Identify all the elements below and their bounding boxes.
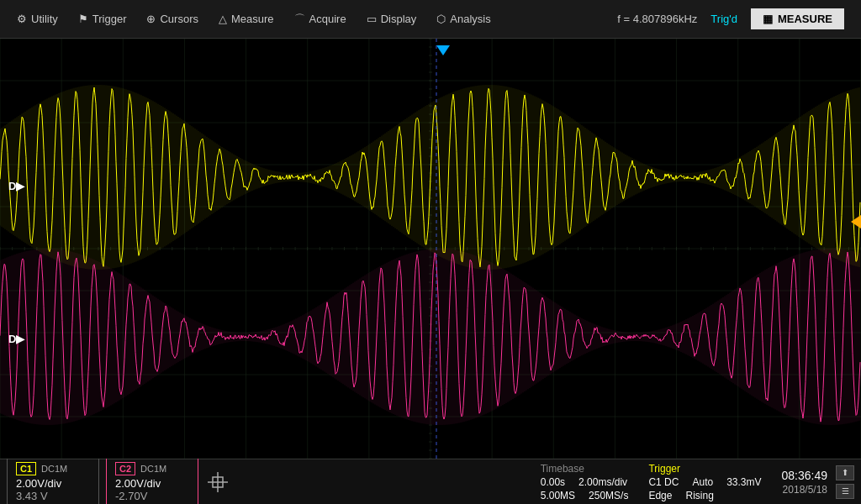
clock-section: 08:36:49 2018/5/18	[782, 469, 828, 496]
ch1-vdiv: 2.00V/div	[16, 477, 90, 490]
trigger-slope: Rising	[685, 490, 713, 501]
trigger-level: 33.3mV	[726, 476, 761, 488]
menu-utility[interactable]: ⚙ Utility	[7, 8, 68, 30]
scope-control-icons: ⬆ ☰	[836, 465, 854, 499]
ch2-offset: -2.70V	[115, 490, 189, 502]
menu-acquire[interactable]: ⌒ Acquire	[284, 7, 357, 32]
timebase-label: Timebase	[541, 463, 629, 475]
menu-bar: ⚙ Utility ⚑ Trigger ⊕ Cursors △ Measure …	[0, 0, 861, 39]
trigger-mode: Auto	[692, 476, 713, 488]
trigger-source: C1 DC	[648, 476, 679, 488]
analysis-icon: ⬡	[436, 13, 446, 25]
ch1-ground-marker: D▶	[8, 180, 24, 192]
position-icon	[205, 470, 230, 495]
menu-measure[interactable]: △ Measure	[209, 8, 284, 30]
status-bar: C1 DC1M 2.00V/div 3.43 V C2 DC1M 2.00V/d…	[0, 459, 861, 504]
trigger-level-marker	[851, 215, 861, 228]
display-icon: ▭	[367, 13, 377, 25]
waveform-canvas	[0, 39, 861, 459]
ch2-coupling: DC1M	[140, 464, 166, 474]
scope-display: D▶ D▶	[0, 39, 861, 459]
measure-button[interactable]: ▦ MEASURE	[751, 8, 844, 29]
ch1-offset: 3.43 V	[16, 490, 90, 502]
clock-date: 2018/5/18	[783, 484, 827, 496]
ch1-coupling: DC1M	[41, 464, 67, 474]
trigger-status: Trig'd	[710, 13, 737, 25]
trigger-type: Edge	[648, 490, 672, 501]
utility-icon: ⚙	[17, 13, 27, 25]
timebase-offset: 0.00s	[541, 476, 565, 488]
cursors-icon: ⊕	[146, 13, 156, 25]
timebase-section: Timebase 0.00s 2.00ms/div 5.00MS 250MS/s	[541, 463, 629, 501]
measure-icon: △	[219, 13, 227, 25]
trigger-icon: ⚑	[78, 13, 88, 25]
sample-rate: 5.00MS	[541, 490, 575, 501]
menu-display[interactable]: ▭ Display	[357, 8, 427, 30]
ch1-settings: C1 DC1M 2.00V/div 3.43 V	[7, 458, 99, 505]
ch1-label: C1	[16, 462, 36, 475]
menu-cursors[interactable]: ⊕ Cursors	[136, 8, 209, 30]
menu-trigger[interactable]: ⚑ Trigger	[68, 8, 137, 30]
freq-display: f = 4.807896kHz Trig'd ▦ MEASURE	[617, 8, 854, 29]
menu-analysis[interactable]: ⬡ Analysis	[426, 8, 500, 30]
clock-time: 08:36:49	[782, 469, 828, 482]
measure-icon-square: ▦	[763, 13, 773, 25]
timebase-div: 2.00ms/div	[578, 476, 627, 488]
ch2-ground-marker: D▶	[8, 333, 24, 345]
sample-rate2: 250MS/s	[589, 490, 628, 501]
ch2-vdiv: 2.00V/div	[115, 477, 189, 490]
trigger-position-marker	[436, 45, 450, 55]
frequency-value: f = 4.807896kHz	[617, 13, 697, 25]
acquire-icon: ⌒	[294, 12, 305, 27]
icon-save[interactable]: ⬆	[836, 465, 854, 480]
trigger-label: Trigger	[648, 463, 761, 475]
icon-settings[interactable]: ☰	[836, 484, 854, 499]
ch2-settings: C2 DC1M 2.00V/div -2.70V	[106, 458, 198, 505]
ch2-label: C2	[115, 462, 135, 475]
trigger-section: Trigger C1 DC Auto 33.3mV Edge Rising	[648, 463, 761, 501]
